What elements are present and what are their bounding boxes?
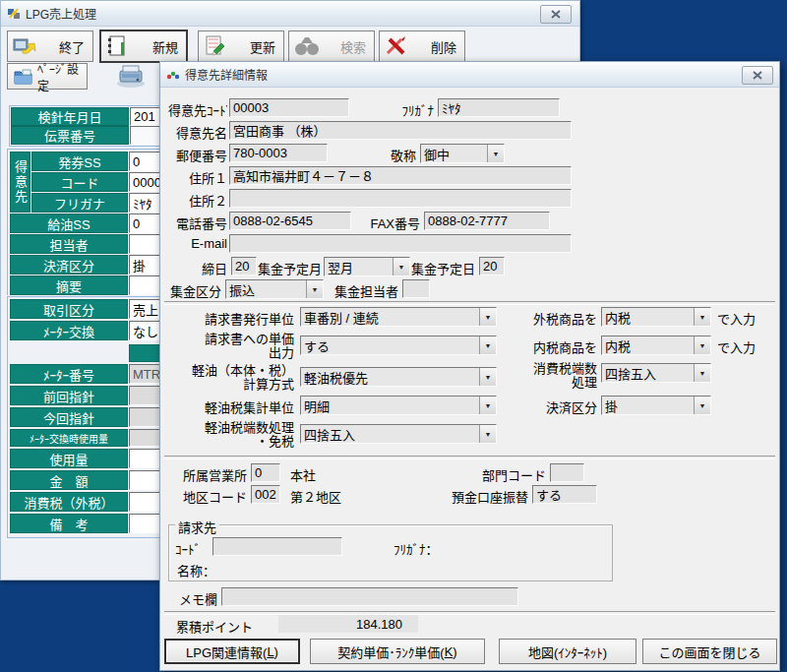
map-button[interactable]: 地図(ｲﾝﾀｰﾈｯﾄ) — [499, 639, 636, 664]
tel-field[interactable]: 0888-02-6545 — [229, 212, 351, 230]
dept-code-field[interactable] — [550, 463, 584, 482]
billto-name-label: 名称： — [177, 561, 256, 580]
keiyu-sum-label: 軽油税集計単位 — [168, 397, 294, 416]
dropdown-arrow-icon[interactable]: ▼ — [694, 308, 710, 326]
delete-button[interactable]: 削除 — [379, 31, 465, 62]
dialog-icon — [166, 69, 180, 81]
contract-price-accesskey: K — [445, 644, 454, 659]
dropdown-arrow-icon[interactable]: ▼ — [694, 364, 710, 382]
search-icon — [294, 35, 320, 57]
email-field[interactable] — [229, 234, 572, 253]
dropdown-arrow-icon[interactable]: ▼ — [487, 145, 504, 162]
lpg-info-button[interactable]: LPG関連情報(L) — [164, 639, 300, 664]
dropdown-arrow-icon[interactable]: ▼ — [479, 425, 496, 443]
keiyu-round-label-line2: ・免税 — [168, 431, 294, 450]
billto-code-field[interactable] — [212, 537, 342, 556]
keiyu-calc-combo[interactable]: 軽油税優先 ▼ — [300, 367, 497, 387]
closing-day-label: 締日 — [190, 259, 227, 277]
close-screen-button[interactable]: この画面を閉じる — [642, 639, 777, 664]
meter-exchange-label: ﾒｰﾀｰ交換 — [10, 321, 128, 340]
issue-ss-label: 発券SS — [31, 152, 128, 171]
new-button[interactable]: 新規 — [99, 30, 188, 63]
close-icon — [551, 10, 561, 19]
staff-label: 担当者 — [10, 234, 128, 254]
transfer-field[interactable]: する — [532, 485, 597, 504]
points-label: 累積ポイント — [176, 617, 267, 636]
lpg-info-label: LPG関連情報( — [186, 642, 267, 661]
unitprice-value: する — [301, 336, 479, 355]
dropdown-arrow-icon[interactable]: ▼ — [306, 280, 323, 298]
uchizei-value: 内税 — [602, 336, 694, 355]
addr1-field[interactable]: 高知市福井町４－７－８ — [229, 166, 572, 185]
page-setup-button[interactable]: ﾍﾟｰｼﾞ設定 — [7, 63, 88, 90]
dropdown-arrow-icon[interactable]: ▼ — [479, 336, 496, 354]
kana-field[interactable]: ﾐﾔﾀ — [438, 98, 560, 117]
update-button[interactable]: 更新 — [198, 31, 284, 62]
customer-name-label: 得意先名 — [168, 123, 227, 142]
dropdown-arrow-icon[interactable]: ▼ — [393, 258, 409, 275]
sotozei-combo[interactable]: 内税 ▼ — [601, 307, 711, 327]
keiyu-round-value: 四捨五入 — [301, 425, 479, 444]
customer-group-label: 得意先 — [10, 152, 30, 213]
collect-kbn-combo[interactable]: 振込 ▼ — [225, 279, 324, 299]
dropdown-arrow-icon[interactable]: ▼ — [694, 397, 710, 414]
points-value: 184.180 — [278, 615, 418, 633]
invoice-unit-combo[interactable]: 車番別 / 連続 ▼ — [300, 307, 497, 327]
exit-button[interactable]: 終了 — [7, 31, 93, 62]
closing-day-field[interactable]: 20 — [231, 257, 257, 275]
separator — [164, 301, 775, 305]
fax-label: FAX番号 — [357, 214, 420, 232]
transaction-section: 取引区分 売上 ﾒｰﾀｰ交換 なし ﾒｰﾀｰ番号 MTR8 前回指針 今回指針 … — [7, 296, 177, 538]
unitprice-combo[interactable]: する ▼ — [300, 336, 497, 355]
addr2-field[interactable] — [229, 189, 572, 208]
customer-detail-dialog: 得意先詳細情報 得意先ｺｰﾄﾞ 00003 ﾌﾘｶﾞﾅ ﾐﾔﾀ 得意先名 宮田商… — [159, 61, 780, 671]
fax-field[interactable]: 0888-02-7777 — [424, 212, 550, 230]
memo-field[interactable] — [221, 587, 518, 606]
slip-no-label: 伝票番号 — [11, 126, 129, 145]
main-close-button[interactable] — [540, 5, 572, 24]
uchizei-label: 内税商品を — [516, 337, 597, 356]
search-button-label: 検索 — [340, 37, 366, 56]
customer-code-field[interactable]: 00003 — [229, 98, 349, 117]
keiyu-sum-combo[interactable]: 明細 ▼ — [300, 396, 497, 415]
dropdown-arrow-icon[interactable]: ▼ — [479, 308, 496, 326]
uchizei-combo[interactable]: 内税 ▼ — [601, 336, 711, 355]
collect-day-field[interactable]: 20 — [479, 257, 505, 275]
collect-month-combo[interactable]: 翌月 ▼ — [324, 257, 410, 276]
dropdown-arrow-icon[interactable]: ▼ — [479, 368, 496, 386]
honorific-combo[interactable]: 御中 ▼ — [420, 144, 505, 163]
honorific-label: 敬称 — [377, 146, 416, 164]
dept-code-label: 部門コード — [471, 465, 546, 484]
customer-name-field[interactable]: 宮田商事 （株） — [229, 121, 572, 140]
settlement-label: 決済区分 — [10, 255, 128, 275]
district-code-field[interactable]: 002 — [251, 485, 280, 504]
contract-price-label-end: ) — [453, 644, 456, 659]
main-window-title: LPG売上処理 — [26, 5, 96, 22]
lpg-info-accesskey: L — [267, 644, 273, 659]
invoice-unit-value: 車番別 / 連続 — [301, 308, 479, 327]
contract-price-button[interactable]: 契約単価･ﾗﾝｸ単価(K) — [310, 639, 485, 664]
shohizei-combo[interactable]: 四捨五入 ▼ — [601, 363, 711, 383]
keiyu-sum-value: 明細 — [301, 397, 479, 415]
office-field[interactable]: 0 — [251, 463, 280, 482]
collector-field[interactable] — [402, 279, 430, 298]
update-icon — [204, 35, 227, 57]
zip-field[interactable]: 780-0003 — [229, 144, 328, 162]
dropdown-arrow-icon[interactable]: ▼ — [694, 336, 710, 354]
keiyu-label-line2: 計算方式 — [168, 374, 294, 393]
dialog-close-button[interactable] — [742, 66, 773, 85]
billto-kana-label: ﾌﾘｶﾞﾅ： — [394, 539, 472, 558]
usage-label: 使用量 — [10, 449, 128, 468]
print-button[interactable] — [105, 60, 156, 92]
kessai-kbn-combo[interactable]: 掛 ▼ — [601, 396, 711, 415]
sotozei-suffix: で入力 — [717, 309, 756, 328]
dropdown-arrow-icon[interactable]: ▼ — [479, 397, 496, 414]
dialog-titlebar: 得意先詳細情報 — [160, 62, 779, 88]
uchizei-suffix: で入力 — [717, 337, 756, 356]
transfer-label: 預金口座振替 — [446, 487, 528, 506]
keiyu-round-combo[interactable]: 四捨五入 ▼ — [300, 424, 497, 444]
summary-label: 摘要 — [10, 275, 128, 295]
remarks-label: 備 考 — [10, 514, 128, 533]
meter-date-label: 検針年月日 — [11, 107, 129, 126]
new-icon — [106, 34, 128, 58]
